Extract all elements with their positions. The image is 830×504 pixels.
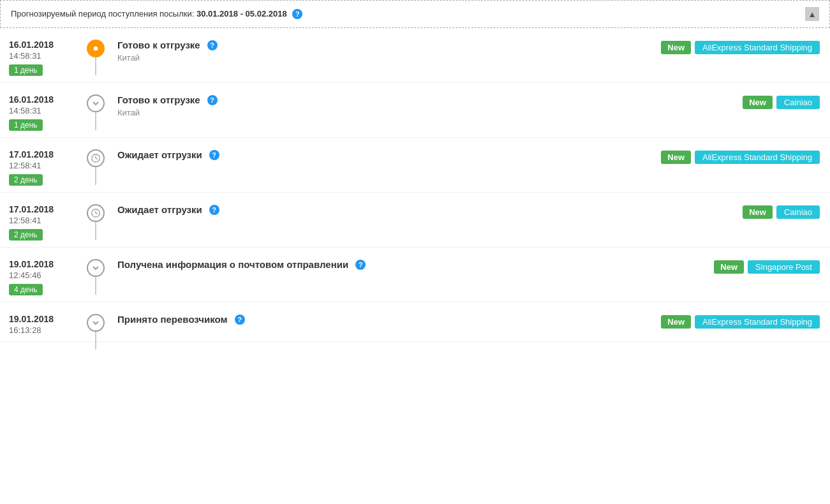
header-text: Прогнозируемый период поступления посылк… xyxy=(11,9,302,19)
header-bar: Прогнозируемый период поступления посылк… xyxy=(0,0,830,28)
time-main: 12:58:41 xyxy=(9,216,78,225)
day-badge: 4 день xyxy=(9,284,43,295)
tag-new: New xyxy=(743,96,773,109)
tags-col: New Cainiao xyxy=(626,94,830,109)
timeline-item: 16.01.2018 14:58:31 1 день Готово к отгр… xyxy=(0,28,830,83)
header-help-icon[interactable]: ? xyxy=(292,9,302,19)
icon-col xyxy=(83,314,108,332)
event-help-icon[interactable]: ? xyxy=(355,260,366,270)
event-title: Готово к отгрузке ? xyxy=(117,40,619,50)
event-help-icon[interactable]: ? xyxy=(209,205,219,215)
timeline-item: 17.01.2018 12:58:41 2 день Ожидает отгру… xyxy=(0,193,830,248)
event-location: Китай xyxy=(117,108,619,117)
timeline-item: 16.01.2018 14:58:31 1 день Готово к отгр… xyxy=(0,83,830,138)
event-help-icon[interactable]: ? xyxy=(235,315,245,325)
tag-new: New xyxy=(714,260,744,274)
tag-carrier: AliExpress Standard Shipping xyxy=(695,151,820,164)
date-main: 19.01.2018 xyxy=(9,259,78,269)
date-col: 17.01.2018 12:58:41 2 день xyxy=(0,204,83,241)
timeline-item: 19.01.2018 12:45:46 4 день Получена инфо… xyxy=(0,248,830,302)
tag-new: New xyxy=(661,41,691,54)
tag-carrier: Cainiao xyxy=(776,96,820,109)
timeline-icon-orange-dot xyxy=(87,40,105,57)
timeline-icon-chevron-down xyxy=(87,259,105,277)
date-main: 16.01.2018 xyxy=(9,94,78,105)
event-status: Готово к отгрузке xyxy=(117,40,200,50)
timeline-icon-chevron-down xyxy=(87,94,105,112)
event-title: Ожидает отгрузки ? xyxy=(117,149,619,160)
time-main: 16:13:28 xyxy=(9,325,78,335)
scroll-up-button[interactable]: ▲ xyxy=(805,7,819,21)
event-status: Готово к отгрузке xyxy=(117,94,200,105)
tags-col: New AliExpress Standard Shipping xyxy=(626,149,830,164)
event-status: Получена информация о почтовом отправлен… xyxy=(117,259,348,270)
tags-col: New Cainiao xyxy=(626,204,830,219)
date-col: 16.01.2018 14:58:31 1 день xyxy=(0,40,83,76)
icon-col xyxy=(83,204,108,222)
event-title: Ожидает отгрузки ? xyxy=(117,204,619,215)
date-main: 19.01.2018 xyxy=(9,314,78,324)
time-main: 12:58:41 xyxy=(9,161,78,170)
event-status: Ожидает отгрузки xyxy=(117,204,202,215)
tag-new: New xyxy=(743,205,773,219)
svg-line-6 xyxy=(96,213,98,214)
time-main: 14:58:31 xyxy=(9,51,78,61)
tag-new: New xyxy=(661,315,691,329)
date-col: 19.01.2018 12:45:46 4 день xyxy=(0,259,83,295)
svg-point-0 xyxy=(94,47,98,51)
time-main: 14:58:31 xyxy=(9,106,78,115)
header-label: Прогнозируемый период поступления посылк… xyxy=(11,9,194,19)
icon-col xyxy=(83,259,108,277)
event-title: Принято перевозчиком ? xyxy=(117,314,619,325)
tags-col: New Singapore Post xyxy=(626,259,830,274)
content-col: Ожидает отгрузки ? xyxy=(108,204,626,215)
event-title: Готово к отгрузке ? xyxy=(117,94,619,105)
content-col: Получена информация о почтовом отправлен… xyxy=(108,259,626,270)
timeline-container: 16.01.2018 14:58:31 1 день Готово к отгр… xyxy=(0,28,830,342)
day-badge: 1 день xyxy=(9,64,43,76)
event-status: Ожидает отгрузки xyxy=(117,149,202,160)
tag-carrier: Singapore Post xyxy=(748,260,820,274)
day-badge: 1 день xyxy=(9,119,43,131)
event-help-icon[interactable]: ? xyxy=(209,150,219,160)
date-main: 17.01.2018 xyxy=(9,204,78,214)
day-badge: 2 день xyxy=(9,229,43,241)
header-date-range: 30.01.2018 - 05.02.2018 xyxy=(196,9,287,19)
date-main: 17.01.2018 xyxy=(9,149,78,159)
event-location: Китай xyxy=(117,53,619,63)
event-help-icon[interactable]: ? xyxy=(207,95,218,105)
event-status: Принято перевозчиком xyxy=(117,314,228,325)
tag-new: New xyxy=(661,151,691,164)
date-col: 16.01.2018 14:58:31 1 день xyxy=(0,94,83,131)
tag-carrier: Cainiao xyxy=(776,205,820,219)
timeline-item: 17.01.2018 12:58:41 2 день Ожидает отгру… xyxy=(0,138,830,193)
icon-col xyxy=(83,149,108,167)
event-help-icon[interactable]: ? xyxy=(207,40,218,50)
icon-col xyxy=(83,40,108,57)
content-col: Принято перевозчиком ? xyxy=(108,314,626,325)
time-main: 12:45:46 xyxy=(9,271,78,280)
date-col: 17.01.2018 12:58:41 2 день xyxy=(0,149,83,186)
date-main: 16.01.2018 xyxy=(9,40,78,50)
tags-col: New AliExpress Standard Shipping xyxy=(626,40,830,54)
svg-line-3 xyxy=(96,158,98,159)
content-col: Готово к отгрузке ? Китай xyxy=(108,94,626,117)
timeline-icon-clock xyxy=(87,204,105,222)
content-col: Готово к отгрузке ? Китай xyxy=(108,40,626,63)
icon-col xyxy=(83,94,108,112)
tag-carrier: AliExpress Standard Shipping xyxy=(695,315,820,329)
timeline-icon-chevron-down xyxy=(87,314,105,332)
timeline-item: 19.01.2018 16:13:28 Принято перевозчиком… xyxy=(0,302,830,342)
tag-carrier: AliExpress Standard Shipping xyxy=(695,41,820,54)
tags-col: New AliExpress Standard Shipping xyxy=(626,314,830,329)
day-badge: 2 день xyxy=(9,174,43,186)
content-col: Ожидает отгрузки ? xyxy=(108,149,626,160)
timeline-icon-clock xyxy=(87,149,105,167)
event-title: Получена информация о почтовом отправлен… xyxy=(117,259,619,270)
date-col: 19.01.2018 16:13:28 xyxy=(0,314,83,335)
